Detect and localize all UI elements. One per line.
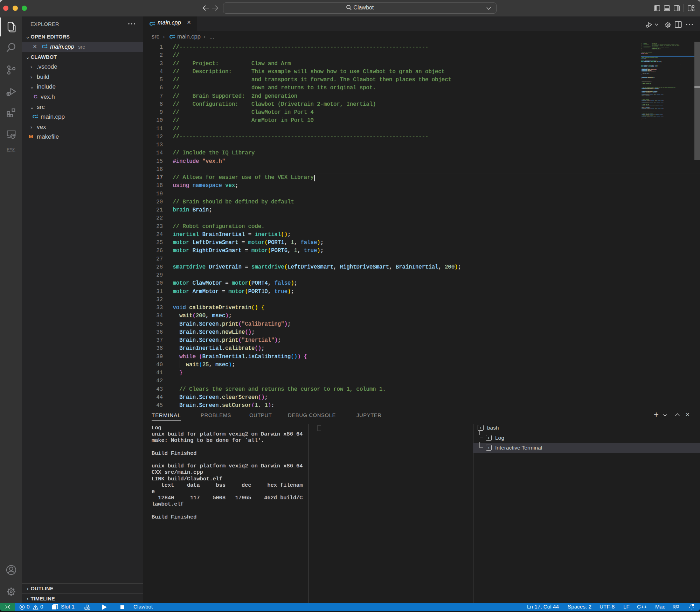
svg-text:C: C — [42, 43, 46, 49]
svg-text:C: C — [150, 21, 153, 27]
svg-text:M: M — [29, 133, 33, 139]
svg-text:C: C — [34, 93, 37, 99]
svg-text:C: C — [33, 113, 36, 119]
svg-text:C: C — [169, 34, 173, 40]
